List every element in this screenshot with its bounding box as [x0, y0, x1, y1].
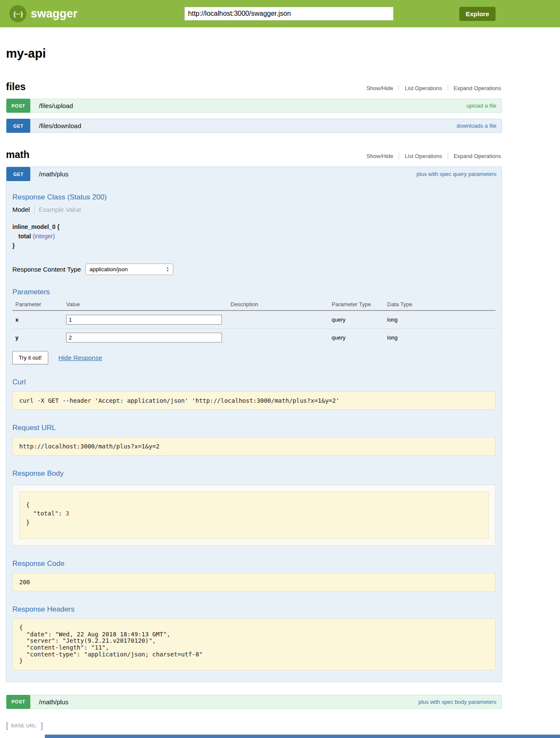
model-property-name: total: [18, 233, 32, 240]
operation-summary-link[interactable]: plus with spec query parameters: [417, 171, 496, 177]
swagger-braces-icon: {···}: [9, 5, 26, 22]
footer-bracket-close: ]: [41, 721, 43, 730]
operation-path-link[interactable]: /math/plus: [39, 698, 68, 706]
operation-row-post-math-plus[interactable]: POST /math/plus plus with spec body para…: [6, 695, 502, 709]
col-header-parameter-type: Parameter Type: [332, 298, 387, 310]
expanded-operation-get-math-plus: GET /math/plus plus with spec query para…: [6, 167, 502, 682]
tab-example-value[interactable]: Example Value: [35, 206, 82, 213]
math-section-title: math: [6, 149, 29, 161]
page-title: my-api: [6, 47, 502, 61]
explore-button[interactable]: Explore: [459, 7, 496, 21]
model-close-line: }: [12, 242, 496, 249]
json-value: 3: [66, 510, 69, 517]
response-code-box: 200: [12, 573, 496, 592]
json-open-brace: {: [26, 501, 482, 509]
parameters-heading: Parameters: [12, 288, 496, 296]
files-section-title: files: [6, 81, 26, 93]
list-operations-link[interactable]: List Operations: [399, 85, 447, 91]
parameter-data-type: long: [387, 329, 496, 347]
spec-url-input[interactable]: [184, 7, 394, 20]
operation-summary-link[interactable]: upload a file: [467, 102, 496, 109]
parameter-row-x: x query long: [12, 310, 496, 329]
math-section-header: math Show/Hide List Operations Expand Op…: [6, 149, 502, 161]
bottom-blue-bar: [45, 735, 560, 738]
try-it-out-button[interactable]: Try it out!: [12, 351, 48, 364]
operation-row-post-files-upload[interactable]: POST /files/upload upload a file: [6, 99, 502, 113]
parameter-row-y: y query long: [12, 329, 496, 347]
tab-model[interactable]: Model: [12, 206, 34, 213]
model-property-type: (integer): [32, 233, 55, 240]
response-content-type-row: Response Content Type application/json ▲…: [12, 264, 496, 275]
base-url-footer: [ BASE URL: ]: [6, 721, 502, 730]
base-url-label: BASE URL:: [11, 723, 38, 728]
operation-path-link[interactable]: /math/plus: [39, 170, 68, 178]
response-headers-heading: Response Headers: [12, 605, 496, 614]
curl-heading: Curl: [12, 378, 496, 387]
files-section-header: files Show/Hide List Operations Expand O…: [6, 81, 502, 93]
response-body-heading: Response Body: [12, 469, 496, 478]
model-property-line: total (integer): [12, 233, 496, 240]
parameter-name: y: [12, 329, 66, 347]
parameter-type: query: [332, 310, 387, 329]
model-tabs: Model Example Value: [12, 205, 496, 214]
math-section-controls: Show/Hide List Operations Expand Operati…: [361, 153, 502, 159]
operation-row-get-math-plus[interactable]: GET /math/plus plus with spec query para…: [6, 167, 502, 181]
json-key: "total":: [26, 510, 66, 517]
get-method-badge: GET: [6, 119, 30, 133]
response-class-heading: Response Class (Status 200): [12, 193, 496, 202]
parameter-description: [230, 310, 332, 329]
files-section-controls: Show/Hide List Operations Expand Operati…: [361, 85, 502, 91]
brand-name: swagger: [31, 7, 78, 20]
hide-response-link[interactable]: Hide Response: [58, 354, 102, 361]
get-method-badge: GET: [6, 167, 30, 181]
expand-operations-link[interactable]: Expand Operations: [448, 153, 502, 159]
post-method-badge: POST: [6, 695, 30, 709]
json-total-line: "total": 3: [26, 509, 482, 518]
post-method-badge: POST: [6, 99, 30, 113]
response-headers-json: { "date": "Wed, 22 Aug 2018 18:49:13 GMT…: [19, 624, 489, 665]
operation-path-link[interactable]: /files/download: [39, 122, 81, 129]
list-operations-link[interactable]: List Operations: [399, 153, 447, 159]
col-header-description: Description: [230, 298, 332, 310]
curl-command-box: curl -X GET --header 'Accept: applicatio…: [12, 391, 496, 410]
col-header-value: Value: [66, 298, 230, 310]
response-body-wrapper: { "total": 3 }: [12, 485, 496, 546]
footer-bracket-open: [: [6, 721, 8, 730]
select-arrows-icon: ▲▼: [166, 266, 169, 272]
operation-summary-link[interactable]: downloads a file: [457, 123, 496, 129]
request-url-box: http://localhost:3000/math/plus?x=1&y=2: [12, 437, 496, 456]
parameters-table: Parameter Value Description Parameter Ty…: [12, 298, 496, 346]
request-url-heading: Request URL: [12, 424, 496, 432]
operation-path-link[interactable]: /files/upload: [39, 102, 73, 109]
parameter-type: query: [332, 329, 387, 347]
response-content-type-select[interactable]: application/json ▲▼: [85, 264, 173, 275]
col-header-parameter: Parameter: [12, 298, 66, 310]
swagger-logo[interactable]: {···} swagger: [9, 5, 78, 22]
json-close-brace: }: [26, 518, 482, 527]
parameter-data-type: long: [387, 310, 496, 329]
response-body-box: { "total": 3 }: [19, 492, 489, 539]
col-header-data-type: Data Type: [387, 298, 496, 310]
try-it-out-row: Try it out! Hide Response: [12, 351, 496, 364]
top-bar: {···} swagger Explore: [0, 0, 560, 27]
parameter-name: x: [12, 310, 66, 329]
show-hide-link[interactable]: Show/Hide: [361, 153, 399, 159]
show-hide-link[interactable]: Show/Hide: [361, 85, 399, 91]
model-signature: inline_model_0 { total (integer) }: [12, 223, 496, 249]
parameter-description: [230, 329, 332, 347]
parameter-x-input[interactable]: [66, 315, 222, 325]
model-open-line: inline_model_0 {: [12, 223, 496, 230]
selected-content-type: application/json: [90, 266, 128, 272]
response-code-heading: Response Code: [12, 559, 496, 568]
operation-summary-link[interactable]: plus with spec body parameters: [418, 699, 496, 705]
operation-row-get-files-download[interactable]: GET /files/download downloads a file: [6, 119, 502, 133]
expand-operations-link[interactable]: Expand Operations: [448, 85, 502, 91]
parameter-y-input[interactable]: [66, 333, 222, 343]
response-headers-box: { "date": "Wed, 22 Aug 2018 18:49:13 GMT…: [12, 618, 496, 671]
response-content-type-label: Response Content Type: [12, 266, 81, 273]
operation-panel: Response Class (Status 200) Model Exampl…: [6, 193, 502, 682]
